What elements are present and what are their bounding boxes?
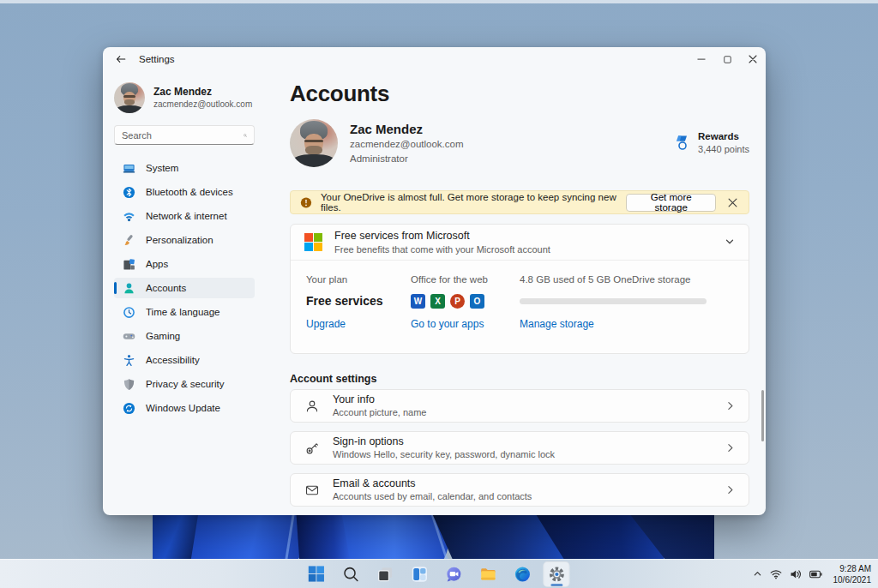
settings-gear-icon xyxy=(548,566,565,583)
plan-details: Your plan Free services Upgrade Office f… xyxy=(291,261,749,354)
rewards-widget[interactable]: Rewards 3,440 points xyxy=(674,130,749,156)
row-subtitle: Windows Hello, security key, password, d… xyxy=(333,448,555,461)
sidebar-item-windows-update[interactable]: Windows Update xyxy=(114,398,255,418)
sidebar-item-label: Bluetooth & devices xyxy=(146,187,233,197)
widgets-button[interactable] xyxy=(406,561,432,587)
desktop: Settings Zac Mendez xyxy=(0,0,878,588)
sidebar-item-label: Windows Update xyxy=(146,403,220,413)
privacy-security-icon xyxy=(123,378,135,391)
get-more-storage-button[interactable]: Get more storage xyxy=(626,194,716,212)
task-view-button[interactable] xyxy=(371,561,398,587)
chevron-down-icon xyxy=(725,235,735,250)
search-icon xyxy=(342,566,359,583)
sign-in-options-row[interactable]: Sign-in options Windows Hello, security … xyxy=(290,431,749,465)
back-button[interactable] xyxy=(108,47,134,71)
file-explorer-icon xyxy=(479,566,496,583)
warning-icon xyxy=(300,196,312,209)
sidebar-item-label: Accessibility xyxy=(146,355,200,365)
sidebar-item-bluetooth-devices[interactable]: Bluetooth & devices xyxy=(114,182,255,202)
start-button[interactable] xyxy=(303,561,329,587)
sidebar-item-accounts[interactable]: Accounts xyxy=(114,278,255,298)
upgrade-link[interactable]: Upgrade xyxy=(306,318,383,330)
powerpoint-icon: P xyxy=(450,294,465,309)
section-header: Account settings xyxy=(290,372,749,386)
rewards-label: Rewards xyxy=(698,130,749,144)
sidebar-item-personalization[interactable]: Personalization xyxy=(114,230,255,250)
sidebar-item-label: Gaming xyxy=(146,331,180,341)
sidebar-user-email: zacmendez@outlook.com xyxy=(153,99,252,110)
main-content: Accounts Zac Mendez zacmendez@outlook.co… xyxy=(266,71,766,515)
row-subtitle: Account picture, name xyxy=(333,406,426,419)
personalization-icon xyxy=(123,234,135,247)
sidebar-item-privacy-security[interactable]: Privacy & security xyxy=(114,374,255,394)
back-arrow-icon xyxy=(115,53,127,65)
search-box[interactable] xyxy=(114,125,255,145)
expander-title: Free services from Microsoft xyxy=(334,229,550,243)
maximize-button[interactable] xyxy=(714,48,740,70)
office-label: Office for the web xyxy=(411,274,488,285)
wifi-icon[interactable] xyxy=(770,569,782,579)
sidebar-item-apps[interactable]: Apps xyxy=(114,254,255,274)
maximize-icon xyxy=(724,56,731,63)
sidebar-user-card[interactable]: Zac Mendez zacmendez@outlook.com xyxy=(114,81,255,114)
gaming-icon xyxy=(123,330,135,343)
taskbar-clock[interactable]: 9:28 AM 10/6/2021 xyxy=(833,563,872,585)
sidebar-item-gaming[interactable]: Gaming xyxy=(114,326,255,346)
taskbar-settings-button[interactable] xyxy=(543,561,569,587)
your-info-row[interactable]: Your info Account picture, name xyxy=(290,389,749,423)
close-button[interactable] xyxy=(740,48,766,70)
rewards-points: 3,440 points xyxy=(698,143,749,156)
windows-start-icon xyxy=(307,565,325,583)
free-services-card: Free services from Microsoft Free benefi… xyxy=(290,224,749,354)
active-app-indicator xyxy=(550,584,562,586)
row-subtitle: Accounts used by email, calendar, and co… xyxy=(333,490,532,503)
battery-icon[interactable] xyxy=(809,570,822,579)
free-services-expander-header[interactable]: Free services from Microsoft Free benefi… xyxy=(291,225,749,261)
titlebar: Settings xyxy=(103,47,766,71)
plan-value: Free services xyxy=(306,294,383,308)
storage-label: 4.8 GB used of 5 GB OneDrive storage xyxy=(520,274,707,285)
close-icon xyxy=(749,55,757,63)
search-input[interactable] xyxy=(122,130,244,141)
word-icon: W xyxy=(411,294,425,309)
excel-icon: X xyxy=(430,294,445,309)
minimize-icon xyxy=(697,55,706,63)
page-title: Accounts xyxy=(290,79,749,108)
clock-date: 10/6/2021 xyxy=(833,574,872,585)
tray-chevron-up-icon[interactable] xyxy=(753,569,762,579)
go-to-apps-link[interactable]: Go to your apps xyxy=(411,318,488,330)
minimize-button[interactable] xyxy=(689,48,714,70)
file-explorer-button[interactable] xyxy=(474,561,501,587)
chat-button[interactable] xyxy=(440,561,466,587)
bluetooth-icon xyxy=(123,186,135,199)
sidebar-item-time-language[interactable]: Time & language xyxy=(114,302,255,322)
rewards-medal-icon xyxy=(674,135,691,152)
taskbar-search-button[interactable] xyxy=(337,561,364,587)
volume-icon[interactable] xyxy=(790,569,802,579)
settings-window: Settings Zac Mendez xyxy=(103,47,766,515)
network-icon xyxy=(123,210,135,223)
chevron-right-icon xyxy=(725,483,735,498)
edge-button[interactable] xyxy=(508,561,535,587)
chat-icon xyxy=(445,566,462,583)
chevron-right-icon xyxy=(725,399,735,414)
sidebar-item-accessibility[interactable]: Accessibility xyxy=(114,350,255,370)
sidebar-item-network-internet[interactable]: Network & internet xyxy=(114,206,255,226)
widgets-icon xyxy=(411,566,428,583)
sidebar-item-system[interactable]: System xyxy=(114,158,255,178)
row-title: Sign-in options xyxy=(333,435,555,448)
manage-storage-link[interactable]: Manage storage xyxy=(520,318,707,330)
window-title: Settings xyxy=(139,54,175,64)
email-accounts-row[interactable]: Email & accounts Accounts used by email,… xyxy=(290,473,749,507)
microsoft-logo-icon xyxy=(304,233,322,251)
profile-row: Zac Mendez zacmendez@outlook.com Adminis… xyxy=(290,118,749,168)
banner-close-button[interactable] xyxy=(725,194,741,211)
avatar xyxy=(114,82,145,113)
clock-time: 9:28 AM xyxy=(833,563,872,574)
chevron-right-icon xyxy=(725,441,735,456)
sidebar: Zac Mendez zacmendez@outlook.com System xyxy=(103,71,266,515)
person-icon xyxy=(304,399,320,414)
time-language-icon xyxy=(123,306,135,319)
scrollbar-thumb[interactable] xyxy=(761,390,764,441)
close-icon xyxy=(728,198,737,207)
